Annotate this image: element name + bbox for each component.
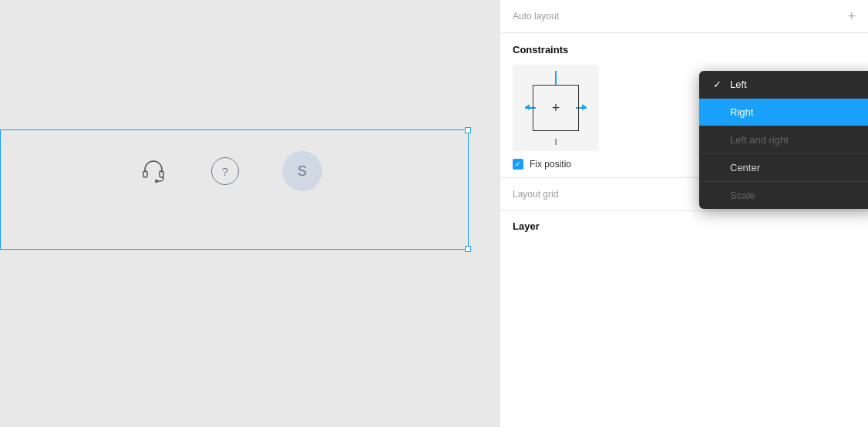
layer-title: Layer bbox=[513, 220, 856, 232]
constraints-title: Constraints bbox=[513, 44, 856, 55]
auto-layout-add-button[interactable]: + bbox=[847, 9, 856, 23]
question-icon: ? bbox=[211, 157, 239, 185]
constraints-content: + ✓ Left Right bbox=[513, 65, 856, 151]
right-panel: Auto layout + Constraints + bbox=[500, 0, 868, 427]
constraint-widget[interactable]: + bbox=[513, 65, 599, 151]
handle-bottom-right[interactable] bbox=[465, 246, 471, 252]
auto-layout-section: Auto layout + bbox=[500, 0, 868, 33]
svg-point-2 bbox=[156, 180, 158, 183]
avatar: S bbox=[282, 151, 322, 191]
dropdown-item-scale[interactable]: Scale bbox=[699, 182, 868, 209]
constraint-top-line bbox=[555, 71, 557, 85]
headset-icon bbox=[139, 156, 168, 186]
dropdown-item-center[interactable]: Center bbox=[699, 154, 868, 182]
dropdown-item-left[interactable]: ✓ Left bbox=[699, 71, 868, 99]
canvas: ? S bbox=[0, 0, 500, 427]
canvas-icons: ? S bbox=[139, 151, 322, 191]
fix-position-label: Fix positio bbox=[530, 159, 571, 170]
handle-top-right[interactable] bbox=[465, 127, 471, 133]
constraint-bottom-line bbox=[555, 139, 557, 145]
check-icon: ✓ bbox=[712, 79, 722, 90]
dropdown-item-left-and-right[interactable]: Left and right bbox=[699, 126, 868, 154]
layout-grid-title: Layout grid bbox=[513, 189, 558, 200]
auto-layout-header: Auto layout + bbox=[513, 9, 856, 23]
constraints-section: Constraints + bbox=[500, 33, 868, 178]
layer-section: Layer bbox=[500, 211, 868, 241]
constraint-plus-icon: + bbox=[552, 100, 560, 116]
fix-position-checkbox[interactable] bbox=[513, 159, 523, 170]
dropdown-item-right[interactable]: Right bbox=[699, 99, 868, 126]
constraint-inner-box: + bbox=[533, 85, 579, 131]
constraint-dropdown-menu: ✓ Left Right Left and right bbox=[699, 71, 868, 209]
auto-layout-title: Auto layout bbox=[513, 11, 559, 22]
